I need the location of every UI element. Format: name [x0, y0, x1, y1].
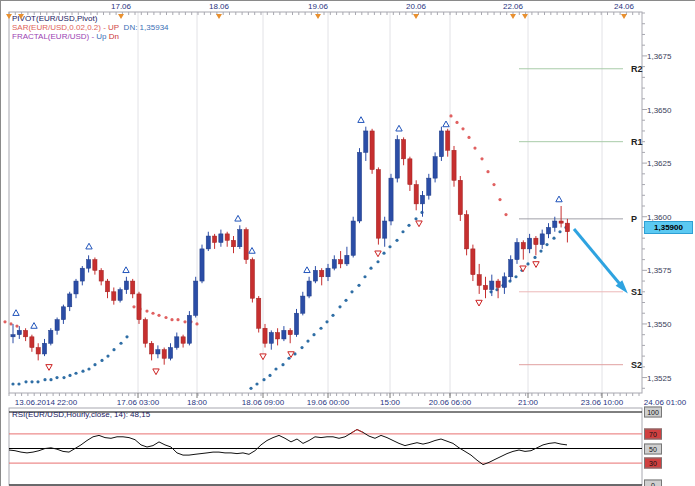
legend-fractal-indicator[interactable]: FRACTAL(EUR/USD) - Up Dn: [12, 32, 119, 41]
bottom-axis-time-label[interactable]: 13.06.2014 22:00: [15, 398, 77, 407]
bottom-axis-time-label[interactable]: 18:00: [187, 398, 207, 407]
candle-bearish: [30, 335, 34, 352]
candle-body: [187, 315, 191, 343]
fractal-up-marker: [13, 310, 19, 316]
price-axis-label[interactable]: 1,3525: [647, 374, 671, 383]
rsi-pane-border: [9, 408, 642, 485]
price-axis-label[interactable]: 1,3575: [647, 266, 671, 275]
sar-up-dot: [112, 348, 115, 351]
candle-bearish: [414, 180, 418, 210]
legend-sar-up-text: UP: [108, 23, 119, 32]
sar-up-dot: [268, 374, 271, 377]
parabolic-sar-dots: [3, 114, 567, 390]
candle-bearish: [162, 348, 166, 365]
legend-pivot-indicator[interactable]: PIVOT(EUR/USD,Pivot): [12, 14, 97, 23]
sar-up-dot: [388, 245, 391, 248]
top-axis-date-label[interactable]: 19.06: [308, 2, 328, 11]
legend-sar-dn-value: DN: 1,35934: [124, 23, 169, 32]
candle-bearish: [402, 137, 406, 165]
sar-down-dot: [9, 322, 12, 325]
trend-arrow-annotation[interactable]: [574, 229, 628, 294]
sar-down-dot: [492, 183, 495, 186]
candle-body: [181, 337, 185, 343]
candle-bullish: [269, 330, 273, 349]
bottom-axis-time-label[interactable]: 18.06 09:00: [242, 398, 284, 407]
candle-bearish: [288, 328, 292, 343]
day-separator-marker: [510, 14, 516, 19]
top-axis-date-label[interactable]: 24.06: [614, 2, 634, 11]
top-axis-date-label[interactable]: 17.06: [111, 2, 131, 11]
candle-bullish: [294, 309, 298, 337]
candle-body: [74, 281, 78, 294]
sar-down-dot: [176, 318, 179, 321]
sar-down-dot: [480, 157, 483, 160]
candle-bullish: [238, 225, 242, 249]
sar-down-dot: [449, 114, 452, 117]
sar-up-dot: [106, 355, 109, 358]
candle-body: [364, 131, 368, 152]
bottom-axis-time-label[interactable]: 24.06 01:00: [644, 398, 686, 407]
candle-body: [376, 170, 380, 239]
candle-bullish: [194, 277, 198, 318]
candle-bullish: [206, 232, 210, 251]
candle-bearish: [483, 277, 487, 298]
sar-up-dot: [55, 376, 58, 379]
sar-up-dot: [338, 305, 341, 308]
rsi-indicator-label[interactable]: RSI(EUR/USD,Hourly,close, 14): 48,15: [12, 410, 150, 419]
day-separator-marker: [18, 14, 24, 19]
sar-down-dot: [157, 314, 160, 317]
candle-body: [68, 294, 72, 307]
candle-body: [124, 281, 128, 290]
sar-up-dot: [74, 372, 77, 375]
top-axis-date-label[interactable]: 18.06: [209, 2, 229, 11]
candle-body: [93, 260, 97, 271]
price-axis-label[interactable]: 1,3650: [647, 106, 671, 115]
candle-bullish: [187, 311, 191, 345]
current-price-tag: 1,35900: [644, 221, 693, 234]
candle-bearish: [131, 279, 135, 298]
chart-window: PIVOT(EUR/USD,Pivot) SAR(EUR/USD,0.02,0.…: [0, 0, 695, 486]
legend-sar-indicator[interactable]: SAR(EUR/USD,0.02,0.2) - UP DN: 1,35934: [12, 23, 169, 32]
fractal-down-marker: [375, 251, 381, 257]
day-separator-marker: [118, 14, 124, 19]
top-axis-date-label[interactable]: 22.06: [503, 2, 523, 11]
sar-up-dot: [312, 333, 315, 336]
bottom-axis-time-label[interactable]: 15:00: [380, 398, 400, 407]
bottom-axis-time-label[interactable]: 20.06 06:00: [429, 398, 471, 407]
price-axis-label[interactable]: 1,3625: [647, 159, 671, 168]
sar-up-dot: [558, 230, 561, 233]
sar-up-dot: [350, 290, 353, 293]
price-axis-label[interactable]: 1,3600: [647, 213, 671, 222]
sar-down-dot: [486, 170, 489, 173]
sar-up-dot: [414, 217, 417, 220]
candle-body: [213, 236, 217, 242]
candle-body: [357, 152, 361, 221]
pivot-lines: [519, 69, 623, 365]
sar-down-dot: [498, 198, 501, 201]
bottom-axis-time-label[interactable]: 19.06 00:00: [307, 398, 349, 407]
sar-up-dot: [319, 327, 322, 330]
candle-body: [282, 330, 286, 339]
fractal-down-marker: [533, 262, 539, 268]
legend-fractal-up-text: Up: [96, 32, 106, 41]
candle-body: [395, 140, 399, 179]
sar-up-dot: [407, 224, 410, 227]
candle-bullish: [546, 223, 550, 238]
price-axis-label[interactable]: 1,3550: [647, 320, 671, 329]
sar-up-dot: [100, 359, 103, 362]
sar-up-dot: [306, 340, 309, 343]
candle-body: [276, 333, 280, 339]
candle-bullish: [11, 324, 15, 343]
fractal-up-marker: [304, 267, 310, 273]
fractal-up-marker: [556, 196, 562, 202]
price-axis-label[interactable]: 1,3675: [647, 52, 671, 61]
candle-bearish: [105, 279, 109, 298]
fractal-down-marker: [288, 352, 294, 358]
candle-bullish: [124, 277, 128, 294]
candle-body: [414, 185, 418, 204]
bottom-axis-time-label[interactable]: 21:00: [518, 398, 538, 407]
candle-body: [433, 157, 437, 178]
bottom-axis-time-label[interactable]: 17.06 03:00: [117, 398, 159, 407]
bottom-axis-time-label[interactable]: 23.06 10:00: [581, 398, 623, 407]
top-axis-date-label[interactable]: 20.06: [406, 2, 426, 11]
